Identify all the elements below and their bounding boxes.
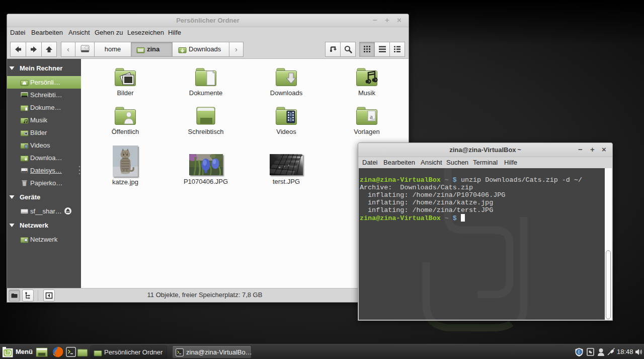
svg-text:M: M <box>279 166 280 169</box>
svg-text:K: K <box>288 164 290 167</box>
svg-text:.: . <box>282 170 282 173</box>
svg-text:J: J <box>284 165 285 168</box>
svg-text:,: , <box>287 169 287 171</box>
